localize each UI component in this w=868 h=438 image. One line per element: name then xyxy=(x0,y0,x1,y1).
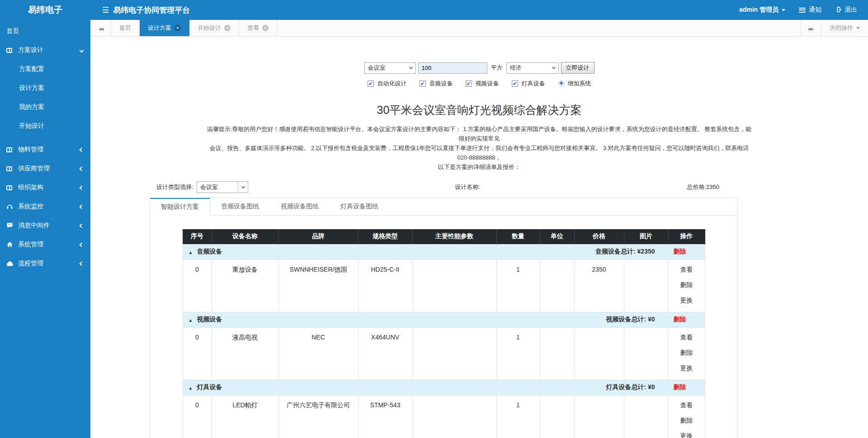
sidebar-item-process-mgmt[interactable]: 流程管理 xyxy=(0,254,90,273)
checkbox-auto-design[interactable]: 自动化设计 xyxy=(368,80,407,88)
sidebar-item-label: 物料管理 xyxy=(18,146,43,154)
notifications-button[interactable]: 通知 xyxy=(799,6,821,14)
close-icon[interactable] xyxy=(175,25,181,31)
group-delete-link[interactable]: 删除 xyxy=(655,316,705,324)
cell-image xyxy=(624,259,668,312)
tab-start-design[interactable]: 开始设计 xyxy=(189,20,239,36)
table-row: 0 LED帕灯 广州六艺电子有限公司 STMP-543 1 查看 删除 更换 xyxy=(183,395,705,438)
design-type-select[interactable]: 会议室 xyxy=(197,181,248,193)
checkbox-label: 音频设备 xyxy=(429,80,453,88)
logout-icon xyxy=(835,6,841,14)
user-menu[interactable]: admin 管理员 xyxy=(739,6,785,14)
view-link[interactable]: 查看 xyxy=(669,401,705,410)
chevron-left-icon xyxy=(80,185,84,190)
sidebar-item-scheme-design[interactable]: 方案设计 xyxy=(0,41,90,60)
sidebar-item-home[interactable]: 首页 xyxy=(0,22,90,41)
cell-quantity: 1 xyxy=(496,327,540,380)
col-header: 图片 xyxy=(624,229,668,244)
panel-tab-light-drawing[interactable]: 灯具设备图纸 xyxy=(330,198,389,215)
design-now-button[interactable]: 立即设计 xyxy=(561,62,594,74)
delete-link[interactable]: 删除 xyxy=(669,281,705,289)
sidebar-item-message-middleware[interactable]: 消息中间件 xyxy=(0,216,90,235)
delete-link[interactable]: 删除 xyxy=(669,417,705,425)
tab-label: 查看 xyxy=(247,24,259,32)
grade-select[interactable]: 经济 xyxy=(506,62,559,74)
checkbox-video-device[interactable]: 视频设备 xyxy=(466,80,499,88)
view-link[interactable]: 查看 xyxy=(669,334,705,342)
group-total: 灯具设备总计: ¥0 xyxy=(606,383,655,391)
cell-price: 2350 xyxy=(574,259,624,312)
tab-design-scheme[interactable]: 设计方案 xyxy=(140,20,189,36)
checkbox-audio-device[interactable]: 音频设备 xyxy=(420,80,453,88)
logout-button[interactable]: 退出 xyxy=(835,6,857,14)
notifications-label: 通知 xyxy=(809,6,821,14)
sidebar-subitem-label: 设计方案 xyxy=(19,84,44,92)
tabs-scroll-right-button[interactable] xyxy=(800,20,821,36)
close-operations-label: 关闭操作 xyxy=(830,24,853,32)
group-delete-link[interactable]: 删除 xyxy=(655,383,705,391)
panel-tab-smart-design[interactable]: 智能设计方案 xyxy=(150,198,210,216)
intro-line: 温馨提示:尊敬的用户您好！感谢使用易韦信息智能设计平台。本会议室方案设计的主要内… xyxy=(205,124,754,143)
room-type-select[interactable]: 会议室 xyxy=(364,62,416,74)
tab-view[interactable]: 查看 xyxy=(239,20,277,36)
replace-link[interactable]: 更换 xyxy=(669,364,705,372)
plus-icon xyxy=(558,80,565,87)
triangle-up-icon[interactable] xyxy=(189,316,197,323)
chevron-down-icon xyxy=(552,65,555,69)
checkbox-row: 自动化设计 音频设备 视频设备 灯具设备 增加系统 xyxy=(90,80,868,88)
cell-params xyxy=(412,259,496,312)
sidebar-item-label: 消息中间件 xyxy=(18,221,50,230)
double-chevron-right-icon xyxy=(809,25,813,32)
table-header-row: 序号 设备名称 品牌 规格类型 主要性能参数 数量 单位 价格 图片 操作 xyxy=(183,229,705,244)
triangle-up-icon[interactable] xyxy=(189,248,197,255)
cell-brand: 广州六艺电子有限公司 xyxy=(278,395,358,438)
close-icon[interactable] xyxy=(224,25,231,31)
cell-params xyxy=(412,327,496,380)
replace-link[interactable]: 更换 xyxy=(669,432,705,438)
view-link[interactable]: 查看 xyxy=(669,266,705,274)
cell-brand: SWNNHEISER/德国 xyxy=(278,259,358,312)
sidebar-item-material-mgmt[interactable]: 物料管理 xyxy=(0,140,90,159)
replace-link[interactable]: 更换 xyxy=(669,297,705,305)
intro-line: 以下是方案的详细清单及报价： xyxy=(205,162,754,172)
sidebar-item-system-monitor[interactable]: 系统监控 xyxy=(0,197,90,216)
add-system-label: 增加系统 xyxy=(568,80,591,88)
sidebar-subitem-start-design[interactable]: 开始设计 xyxy=(0,117,90,136)
group-row-audio: 音频设备 音频设备总计: ¥2350 删除 xyxy=(183,244,705,259)
hamburger-icon[interactable]: ☰ xyxy=(102,5,109,15)
col-header: 价格 xyxy=(574,229,624,244)
sidebar-subitem-design-scheme[interactable]: 设计方案 xyxy=(0,79,90,98)
grade-value: 经济 xyxy=(510,64,522,72)
main-area: 首页 设计方案 开始设计 查看 关闭操作 会议室 平方 xyxy=(90,20,868,438)
double-chevron-left-icon xyxy=(99,25,103,32)
checkbox-light-device[interactable]: 灯具设备 xyxy=(512,80,545,88)
cell-operations: 查看 删除 更换 xyxy=(668,395,705,438)
sidebar-item-label: 流程管理 xyxy=(18,259,43,268)
panel-tab-video-drawing[interactable]: 视频设备图纸 xyxy=(270,198,330,215)
tab-home[interactable]: 首页 xyxy=(111,20,140,36)
triangle-up-icon[interactable] xyxy=(189,384,197,391)
close-icon[interactable] xyxy=(262,25,269,31)
tabs-scroll-left-button[interactable] xyxy=(90,20,111,36)
col-header: 序号 xyxy=(183,229,212,244)
delete-link[interactable]: 删除 xyxy=(669,349,705,357)
cell-unit xyxy=(540,327,574,380)
add-system-button[interactable]: 增加系统 xyxy=(558,80,591,88)
close-operations-dropdown[interactable]: 关闭操作 xyxy=(821,20,868,36)
sidebar-item-system-mgmt[interactable]: 系统管理 xyxy=(0,235,90,254)
col-header: 主要性能参数 xyxy=(412,229,496,244)
columns-icon xyxy=(6,48,18,53)
area-input[interactable] xyxy=(418,62,487,74)
sidebar: 首页 方案设计 方案配置 设计方案 我的方案 开始设计 物料管理 供应商管理 xyxy=(0,20,90,438)
group-delete-link[interactable]: 删除 xyxy=(655,248,705,256)
cell-quantity: 1 xyxy=(496,395,540,438)
brand-logo[interactable]: 易纬电子 xyxy=(0,4,90,16)
sidebar-subitem-my-schemes[interactable]: 我的方案 xyxy=(0,98,90,117)
sidebar-item-org-structure[interactable]: 组织架构 xyxy=(0,178,90,197)
panel-tab-audio-drawing[interactable]: 音频设备图纸 xyxy=(210,198,270,215)
sidebar-subitem-label: 开始设计 xyxy=(19,122,44,130)
list-icon xyxy=(799,8,806,13)
sidebar-item-supplier-mgmt[interactable]: 供应商管理 xyxy=(0,159,90,178)
sidebar-subitem-scheme-config[interactable]: 方案配置 xyxy=(0,60,90,79)
logout-label: 退出 xyxy=(844,6,857,14)
